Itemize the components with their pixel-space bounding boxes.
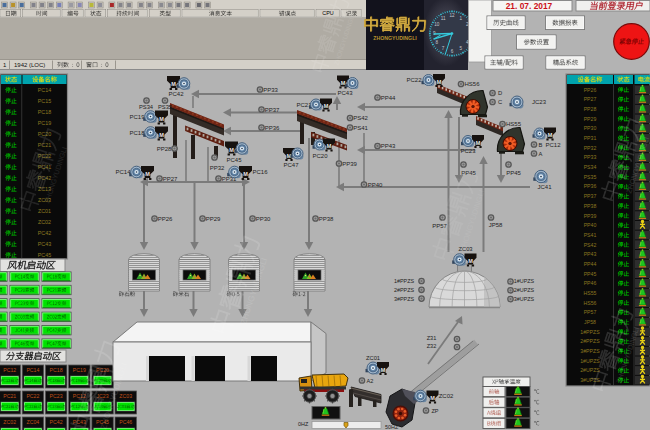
- svg-text:M: M: [171, 81, 176, 87]
- svg-text:1: 1: [460, 16, 463, 21]
- svg-text:PP40: PP40: [368, 182, 383, 188]
- svg-text:1#PPZS: 1#PPZS: [394, 278, 414, 284]
- svg-text:PC15: PC15: [38, 98, 52, 104]
- svg-text:M: M: [229, 147, 234, 153]
- svg-text:PP36: PP36: [265, 125, 280, 131]
- svg-text:7: 7: [442, 46, 445, 51]
- svg-text:PP44: PP44: [381, 95, 396, 101]
- svg-text:PC43: PC43: [337, 90, 353, 96]
- svg-text:PS42: PS42: [584, 242, 597, 248]
- svg-text:3#PPZS: 3#PPZS: [394, 296, 414, 302]
- svg-text:ZC01: ZC01: [366, 355, 380, 361]
- svg-text:M: M: [159, 116, 164, 122]
- svg-text:2#PPZS: 2#PPZS: [580, 338, 600, 344]
- svg-text:PC19: PC19: [38, 120, 52, 126]
- svg-text:5: 5: [460, 46, 463, 51]
- svg-text:PC18: PC18: [50, 367, 63, 373]
- svg-text:M: M: [145, 171, 150, 177]
- svg-text:Z31: Z31: [427, 335, 437, 341]
- svg-text:3#PPZS: 3#PPZS: [580, 348, 600, 354]
- svg-text:PS35: PS35: [584, 174, 597, 180]
- svg-text:2#UPZS: 2#UPZS: [580, 367, 600, 373]
- svg-text:PP45: PP45: [506, 170, 521, 176]
- svg-text:ZP: ZP: [431, 408, 438, 414]
- svg-text:PP43: PP43: [381, 143, 396, 149]
- svg-text:1#UPZS: 1#UPZS: [514, 278, 535, 284]
- svg-text:JP58: JP58: [584, 319, 596, 325]
- svg-text:ZHONGYUDINGLI: ZHONGYUDINGLI: [373, 35, 417, 41]
- svg-text:PC22: PC22: [406, 77, 422, 83]
- svg-text:1#UPZS: 1#UPZS: [580, 358, 600, 364]
- svg-text:PC23: PC23: [50, 393, 63, 399]
- svg-text:M: M: [341, 80, 346, 86]
- svg-text:PC16: PC16: [252, 169, 268, 175]
- svg-text:PC14: PC14: [115, 169, 131, 175]
- svg-text:PC47: PC47: [283, 162, 299, 168]
- svg-text:ZC03: ZC03: [119, 393, 132, 399]
- svg-text:PC14: PC14: [38, 87, 52, 93]
- svg-text:PC21: PC21: [38, 142, 52, 148]
- svg-text:M: M: [468, 258, 473, 264]
- svg-text:PC19: PC19: [73, 367, 86, 373]
- svg-text:JP58: JP58: [489, 222, 503, 228]
- svg-text:D: D: [498, 90, 502, 96]
- svg-text:8: 8: [435, 40, 438, 45]
- svg-text:A: A: [539, 151, 543, 157]
- svg-text:HS56: HS56: [464, 81, 480, 87]
- svg-text:PC42: PC42: [50, 419, 63, 425]
- svg-text:3#UPZS: 3#UPZS: [514, 296, 535, 302]
- svg-text:M: M: [159, 132, 164, 138]
- svg-text:PS41: PS41: [584, 232, 597, 238]
- svg-text:10: 10: [434, 22, 440, 27]
- svg-text:HS56: HS56: [584, 300, 597, 306]
- svg-text:2#UPZS: 2#UPZS: [514, 287, 535, 293]
- svg-text:PS35: PS35: [158, 104, 172, 110]
- svg-text:ZC04: ZC04: [27, 419, 40, 425]
- svg-text:PP28: PP28: [584, 106, 597, 112]
- svg-text:PC23: PC23: [460, 148, 476, 154]
- svg-text:PP39: PP39: [342, 161, 357, 167]
- svg-text:6: 6: [451, 49, 454, 54]
- svg-text:PP40: PP40: [584, 222, 597, 228]
- svg-text:PP29: PP29: [206, 216, 221, 222]
- svg-text:PC12: PC12: [545, 142, 561, 148]
- svg-text:CPU: CPU: [322, 10, 333, 16]
- svg-text:M: M: [476, 140, 481, 146]
- svg-text:2#PPZS: 2#PPZS: [394, 287, 414, 293]
- svg-text:PC45: PC45: [226, 157, 242, 163]
- svg-text:PP32: PP32: [584, 145, 597, 151]
- svg-text:PP46: PP46: [584, 280, 597, 286]
- svg-text:1#PPZS: 1#PPZS: [580, 329, 600, 335]
- svg-text:21. 07. 2017: 21. 07. 2017: [506, 1, 553, 11]
- svg-text:PP37: PP37: [265, 107, 280, 113]
- svg-text:B: B: [539, 142, 543, 148]
- svg-text:PC18: PC18: [38, 109, 52, 115]
- svg-text:PP29: PP29: [584, 116, 597, 122]
- svg-text:PP38: PP38: [319, 216, 334, 222]
- svg-text:PP45: PP45: [584, 271, 597, 277]
- svg-text:PP28: PP28: [157, 146, 172, 152]
- svg-text:ZC02: ZC02: [3, 419, 16, 425]
- svg-text:M: M: [381, 367, 386, 373]
- svg-text:M: M: [437, 79, 442, 85]
- svg-text:PP30: PP30: [584, 125, 597, 131]
- svg-text:PC22: PC22: [26, 393, 39, 399]
- svg-text:M: M: [324, 103, 329, 109]
- svg-text:PP32: PP32: [210, 165, 225, 171]
- svg-text:PC20: PC20: [312, 153, 328, 159]
- svg-text:PC42: PC42: [38, 230, 52, 236]
- svg-text:PC43: PC43: [38, 241, 52, 247]
- svg-text:HS55: HS55: [584, 290, 597, 296]
- svg-text:PC46: PC46: [119, 419, 132, 425]
- svg-text:PS34: PS34: [584, 164, 597, 170]
- svg-text:PP26: PP26: [584, 87, 597, 93]
- svg-text:1942 (LOC): 1942 (LOC): [14, 62, 45, 68]
- svg-text:PC21: PC21: [3, 393, 16, 399]
- svg-text:JC41: JC41: [537, 184, 552, 190]
- svg-text:PP30: PP30: [256, 216, 271, 222]
- svg-text:M: M: [548, 132, 553, 138]
- svg-text:PS42: PS42: [353, 115, 368, 121]
- svg-text:A2: A2: [367, 378, 374, 384]
- svg-text:PP44: PP44: [584, 261, 597, 267]
- svg-text:PP43: PP43: [584, 251, 597, 257]
